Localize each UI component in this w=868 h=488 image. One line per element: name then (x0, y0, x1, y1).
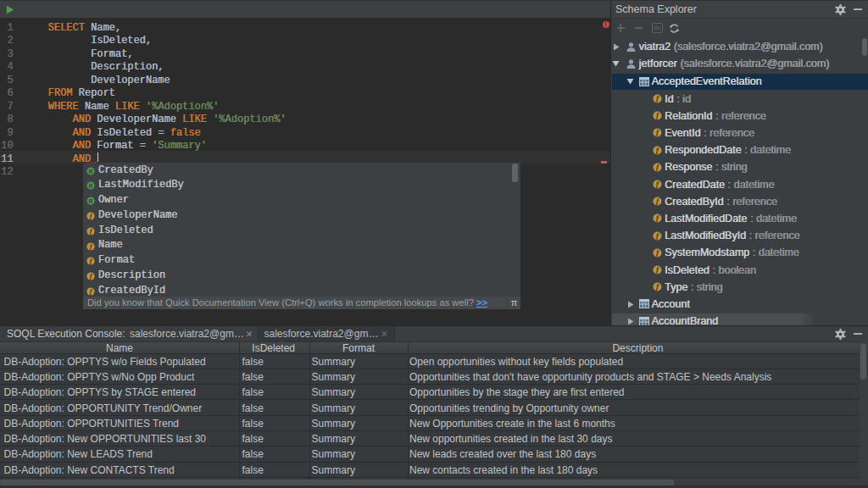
svg-text:R: R (89, 168, 93, 174)
svg-text:R: R (89, 198, 93, 204)
svg-text:R: R (89, 183, 93, 189)
